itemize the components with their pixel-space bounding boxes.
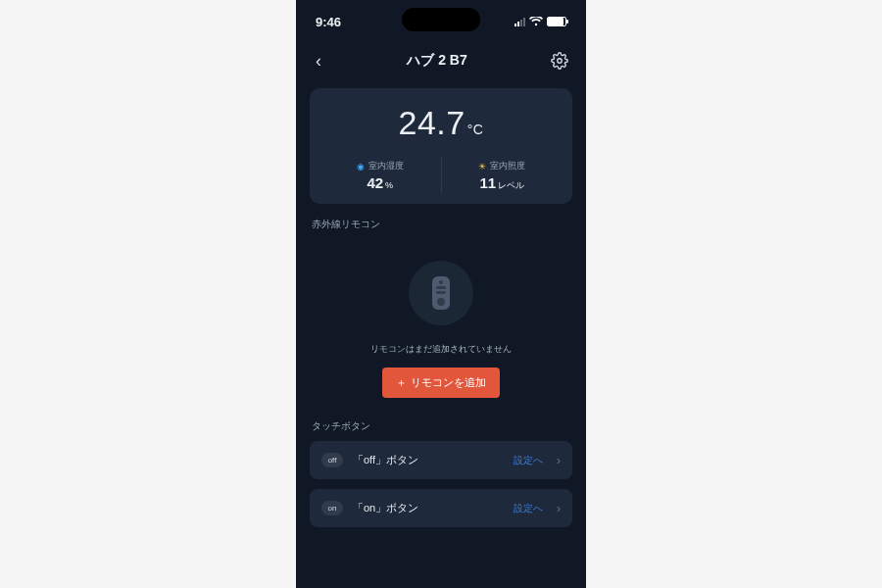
battery-icon <box>547 17 566 26</box>
touch-item-on[interactable]: on 「on」ボタン 設定へ › <box>310 489 572 527</box>
phone-screen: 9:46 ‹ ハブ 2 B7 <box>296 0 586 588</box>
light-label: 室内照度 <box>490 160 525 172</box>
ir-heading: 赤外線リモコン <box>312 218 570 231</box>
temperature-number: 24.7 <box>399 104 466 142</box>
page-title: ハブ 2 B7 <box>407 52 466 70</box>
touch-settings-link: 設定へ <box>514 502 543 515</box>
device-notch <box>402 8 480 31</box>
nav-bar: ‹ ハブ 2 B7 <box>296 43 586 78</box>
touch-badge: off <box>321 453 343 467</box>
back-button[interactable]: ‹ <box>310 47 327 75</box>
settings-button[interactable] <box>547 48 572 74</box>
add-remote-button[interactable]: ＋ リモコンを追加 <box>382 368 499 398</box>
wifi-icon <box>529 15 543 29</box>
cellular-icon <box>514 17 525 26</box>
touch-label: 「on」ボタン <box>353 501 504 515</box>
touch-settings-link: 設定へ <box>514 454 543 467</box>
ir-empty-text: リモコンはまだ追加されていません <box>310 343 572 356</box>
light-unit: レベル <box>498 180 524 190</box>
climate-card: 24.7°C ◉ 室内湿度 42% <box>310 88 572 204</box>
touch-heading: タッチボタン <box>312 419 570 433</box>
humidity-block: ◉ 室内湿度 42% <box>319 156 441 194</box>
humidity-value: 42 <box>367 174 383 191</box>
remote-icon <box>409 261 473 325</box>
touch-badge: on <box>321 501 343 515</box>
status-time: 9:46 <box>316 15 341 29</box>
chevron-right-icon: › <box>557 502 561 515</box>
ir-empty-state: リモコンはまだ追加されていません ＋ リモコンを追加 <box>310 239 572 406</box>
humidity-label: 室内湿度 <box>368 160 404 172</box>
touch-label: 「off」ボタン <box>353 453 504 467</box>
temperature-unit: °C <box>467 122 484 137</box>
sun-icon: ☀ <box>478 162 486 172</box>
svg-point-0 <box>558 59 563 64</box>
chevron-right-icon: › <box>557 454 561 467</box>
droplet-icon: ◉ <box>357 162 365 172</box>
touch-item-off[interactable]: off 「off」ボタン 設定へ › <box>310 441 572 479</box>
temperature-value: 24.7°C <box>399 104 484 142</box>
light-block: ☀ 室内照度 11レベル <box>441 156 564 194</box>
humidity-unit: % <box>385 180 393 190</box>
light-value: 11 <box>479 174 496 191</box>
